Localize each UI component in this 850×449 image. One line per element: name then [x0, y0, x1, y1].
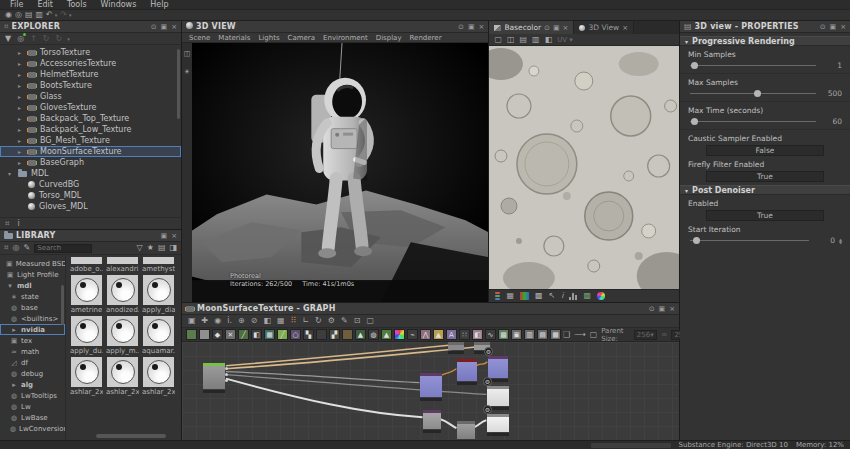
view3d-menu-camera[interactable]: Camera	[285, 34, 318, 42]
float-icon[interactable]: ▣	[161, 23, 168, 31]
new-view-icon[interactable]: ▢	[494, 35, 502, 45]
start-iteration-slider[interactable]	[688, 236, 811, 245]
reload-icon[interactable]: ↻	[43, 34, 50, 44]
menu-edit[interactable]: Edit	[31, 0, 59, 9]
library-asset[interactable]: ametrine	[70, 275, 103, 314]
max-samples-slider[interactable]	[688, 89, 818, 98]
node-g3-icon[interactable]: ▤	[537, 329, 548, 340]
library-tree-state[interactable]: ∗state	[0, 291, 65, 302]
snapshot-icon[interactable]: ◉	[214, 316, 221, 326]
grid-icon[interactable]: ▩	[535, 291, 543, 301]
chevron-right-icon[interactable]: ▸	[18, 126, 24, 133]
pin-icon[interactable]: ⊙	[458, 23, 464, 31]
view-grid-icon[interactable]: ◨	[169, 243, 177, 253]
view3d-menu-lights[interactable]: Lights	[255, 34, 282, 42]
max-time-slider[interactable]	[688, 117, 818, 126]
chevron-right-icon[interactable]: ▸	[18, 104, 24, 111]
library-tree-base[interactable]: ◍base	[0, 302, 65, 313]
float-icon[interactable]: ▣	[830, 23, 837, 31]
channels-icon[interactable]	[495, 292, 500, 300]
library-tree-mdl[interactable]: ▾mdl	[0, 280, 65, 291]
node-g1-icon[interactable]: ▣	[511, 329, 522, 340]
search-input[interactable]	[34, 244, 92, 253]
fit-icon[interactable]: ▢	[366, 316, 374, 326]
library-tree-debug[interactable]: ◍debug	[0, 368, 65, 379]
frame-node-icon[interactable]: ▢	[590, 330, 598, 340]
library-asset[interactable]: ashlar_2x...	[70, 357, 103, 396]
node-grass-icon[interactable]: ▲	[355, 329, 366, 340]
library-asset[interactable]: amethyst	[142, 257, 175, 273]
histogram-icon[interactable]	[569, 292, 577, 300]
tree-folder-mdl[interactable]: ▾MDL	[0, 168, 181, 179]
node-colorwheel-icon[interactable]	[394, 329, 405, 340]
tree-item-glass[interactable]: ▸Glass	[0, 91, 181, 102]
explorer-scrollbar[interactable]	[177, 49, 180, 119]
tree-item-torso_mdl[interactable]: Torso_MDL	[0, 190, 181, 201]
library-asset[interactable]: adobe_o...	[70, 257, 103, 273]
graph-node[interactable]	[457, 421, 475, 439]
hierarchy-icon[interactable]: ⌗	[5, 219, 10, 229]
pin-icon[interactable]: ⊙	[649, 305, 655, 313]
open-icon[interactable]: ▤	[25, 10, 33, 20]
chevron-right-icon[interactable]: ▸	[18, 93, 24, 100]
node-dark2-icon[interactable]: ⌁	[407, 329, 418, 340]
node-bitmap-icon[interactable]	[186, 329, 197, 340]
comment-icon[interactable]: ❑	[563, 330, 570, 340]
export-icon[interactable]: ⊡	[354, 316, 361, 326]
close-icon[interactable]: ×	[840, 23, 846, 31]
library-tree-df[interactable]: ◿df	[0, 357, 65, 368]
view3d-viewport[interactable]: ◫☀	[182, 43, 488, 302]
close-icon[interactable]: ×	[622, 24, 628, 32]
pin-icon[interactable]: ⊙	[544, 24, 550, 32]
pen-icon[interactable]: ✎	[341, 316, 348, 326]
frame-all-icon[interactable]: ▣	[188, 316, 196, 326]
color-wheel-icon[interactable]	[597, 292, 605, 300]
pin-icon[interactable]: ⊙	[820, 23, 826, 31]
view3d-menu-scene[interactable]: Scene	[186, 34, 213, 42]
edit-icon[interactable]: ✎	[24, 243, 31, 253]
tree-item-glovestexture[interactable]: ▸GlovesTexture	[0, 102, 181, 113]
node-dark1-icon[interactable]	[316, 329, 327, 340]
library-tree-measured bsdf[interactable]: ▣Measured BSDF	[0, 258, 65, 269]
close-icon[interactable]: ×	[669, 305, 675, 313]
library-tree-lw[interactable]: ◍Lw	[0, 401, 65, 412]
float-icon[interactable]: ▣	[659, 305, 666, 313]
capture-icon[interactable]: ◫	[184, 49, 191, 59]
library-asset[interactable]: apply_dia...	[142, 275, 175, 314]
gradient-icon[interactable]	[520, 292, 529, 300]
dropdown-arrow-icon[interactable]: ▾	[55, 12, 58, 18]
library-tree-nvidia[interactable]: ▸nvidia	[0, 324, 65, 335]
info-icon[interactable]: i	[561, 291, 563, 301]
info-icon[interactable]: i.	[227, 316, 232, 326]
node-brush-icon[interactable]: ╱	[277, 329, 288, 340]
redo-icon[interactable]: ↷	[60, 10, 67, 20]
tab-3d-view[interactable]: 3D View ×	[574, 21, 634, 34]
menu-file[interactable]: File	[4, 0, 29, 9]
tree-item-bg_mesh_texture[interactable]: ▸BG_Mesh_Texture	[0, 135, 181, 146]
node-scatter-icon[interactable]: ✕	[225, 329, 236, 340]
node-tile-icon[interactable]: ▦	[264, 329, 275, 340]
library-tree-lwtooltips[interactable]: ◍LwTooltips	[0, 390, 65, 401]
tree-item-moonsurfacetexture[interactable]: ▸MoonSurfaceTexture	[0, 146, 181, 157]
chevron-right-icon[interactable]: ▸	[18, 71, 24, 78]
node-paint-icon[interactable]: ◧	[472, 329, 483, 340]
node-moss-icon[interactable]: ▞	[329, 329, 340, 340]
rotate-icon[interactable]: ↻	[315, 316, 322, 326]
tree-item-bootstexture[interactable]: ▸BootsTexture	[0, 80, 181, 91]
node-fill-icon[interactable]: ◆	[212, 329, 223, 340]
picker-icon[interactable]: ↖	[549, 291, 556, 301]
node-slope-icon[interactable]: ╱	[238, 329, 249, 340]
graph-node[interactable]	[487, 414, 509, 436]
library-asset[interactable]: apply_m...	[106, 316, 139, 355]
view3d-menu-materials[interactable]: Materials	[215, 34, 253, 42]
library-asset[interactable]: ashlar_2x...	[106, 357, 139, 396]
section-progressive-rendering[interactable]: ▾ Progressive Rendering	[680, 36, 850, 46]
chevron-icon[interactable]: ▸	[10, 381, 18, 389]
node-output-icon[interactable]: ◧	[545, 35, 553, 45]
menu-tools[interactable]: Tools	[61, 0, 93, 9]
graph-canvas[interactable]: ⚙⚙⚙	[182, 342, 679, 440]
node-text-icon[interactable]: A	[446, 329, 457, 340]
chevron-icon[interactable]: ▾	[6, 282, 14, 290]
dropdown-arrow-icon[interactable]: ▾	[69, 12, 72, 18]
favorites-icon[interactable]: ★	[147, 243, 154, 253]
